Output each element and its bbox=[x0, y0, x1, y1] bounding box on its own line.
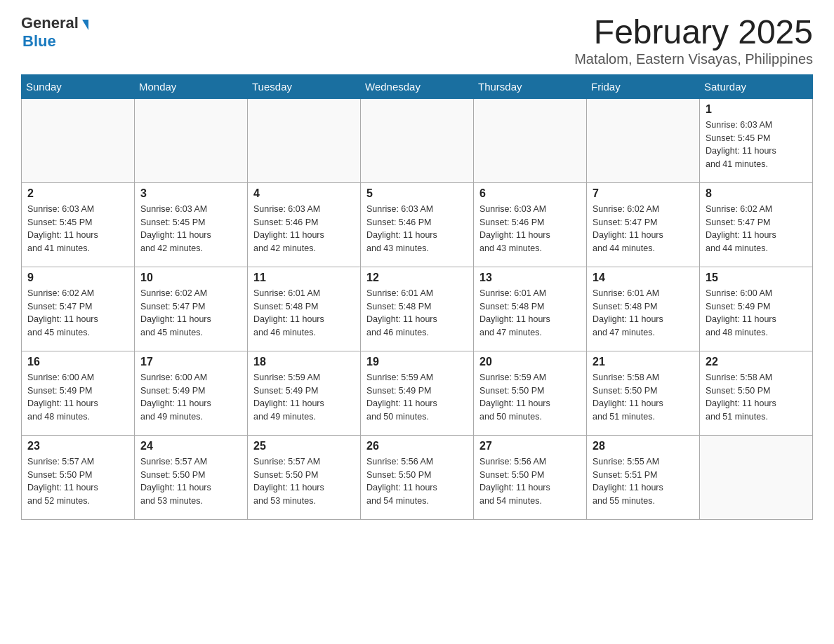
calendar-cell: 25Sunrise: 5:57 AMSunset: 5:50 PMDayligh… bbox=[248, 435, 361, 519]
calendar-week-4: 16Sunrise: 6:00 AMSunset: 5:49 PMDayligh… bbox=[22, 351, 813, 435]
day-info: Sunrise: 6:03 AMSunset: 5:46 PMDaylight:… bbox=[366, 203, 468, 255]
day-info: Sunrise: 6:03 AMSunset: 5:46 PMDaylight:… bbox=[253, 203, 355, 255]
day-info: Sunrise: 6:01 AMSunset: 5:48 PMDaylight:… bbox=[479, 287, 581, 340]
day-info: Sunrise: 6:01 AMSunset: 5:48 PMDaylight:… bbox=[593, 287, 694, 340]
day-number: 28 bbox=[593, 440, 694, 452]
calendar-cell: 20Sunrise: 5:59 AMSunset: 5:50 PMDayligh… bbox=[474, 351, 587, 435]
calendar-week-5: 23Sunrise: 5:57 AMSunset: 5:50 PMDayligh… bbox=[22, 435, 813, 519]
calendar-cell: 6Sunrise: 6:03 AMSunset: 5:46 PMDaylight… bbox=[474, 182, 587, 267]
day-number: 2 bbox=[27, 187, 128, 200]
day-number: 18 bbox=[253, 356, 355, 368]
day-info: Sunrise: 6:03 AMSunset: 5:45 PMDaylight:… bbox=[27, 203, 128, 255]
calendar-cell: 16Sunrise: 6:00 AMSunset: 5:49 PMDayligh… bbox=[22, 351, 135, 435]
calendar-week-1: 1Sunrise: 6:03 AMSunset: 5:45 PMDaylight… bbox=[22, 98, 813, 182]
day-number: 4 bbox=[253, 187, 355, 200]
day-number: 3 bbox=[140, 187, 241, 200]
day-number: 10 bbox=[140, 271, 241, 284]
day-info: Sunrise: 5:57 AMSunset: 5:50 PMDaylight:… bbox=[27, 455, 128, 508]
day-number: 27 bbox=[479, 440, 581, 452]
day-info: Sunrise: 5:59 AMSunset: 5:50 PMDaylight:… bbox=[479, 371, 581, 424]
weekday-header-wednesday: Wednesday bbox=[361, 74, 474, 98]
day-number: 23 bbox=[27, 440, 128, 452]
calendar-week-2: 2Sunrise: 6:03 AMSunset: 5:45 PMDaylight… bbox=[22, 182, 813, 267]
day-info: Sunrise: 6:03 AMSunset: 5:45 PMDaylight:… bbox=[706, 119, 807, 171]
calendar-cell bbox=[22, 98, 135, 182]
day-info: Sunrise: 5:57 AMSunset: 5:50 PMDaylight:… bbox=[253, 455, 355, 508]
calendar-cell: 24Sunrise: 5:57 AMSunset: 5:50 PMDayligh… bbox=[135, 435, 248, 519]
day-number: 15 bbox=[706, 271, 807, 284]
day-info: Sunrise: 6:01 AMSunset: 5:48 PMDaylight:… bbox=[366, 287, 468, 340]
day-info: Sunrise: 6:03 AMSunset: 5:46 PMDaylight:… bbox=[479, 203, 581, 255]
calendar-cell: 18Sunrise: 5:59 AMSunset: 5:49 PMDayligh… bbox=[248, 351, 361, 435]
calendar-cell: 26Sunrise: 5:56 AMSunset: 5:50 PMDayligh… bbox=[361, 435, 474, 519]
calendar-cell: 12Sunrise: 6:01 AMSunset: 5:48 PMDayligh… bbox=[361, 267, 474, 351]
day-info: Sunrise: 5:59 AMSunset: 5:49 PMDaylight:… bbox=[366, 371, 468, 424]
calendar-cell: 7Sunrise: 6:02 AMSunset: 5:47 PMDaylight… bbox=[587, 182, 700, 267]
day-number: 20 bbox=[479, 356, 581, 368]
day-number: 6 bbox=[479, 187, 581, 200]
day-number: 21 bbox=[593, 356, 694, 368]
day-info: Sunrise: 6:02 AMSunset: 5:47 PMDaylight:… bbox=[27, 287, 128, 340]
day-number: 12 bbox=[366, 271, 468, 284]
weekday-header-sunday: Sunday bbox=[22, 74, 135, 98]
calendar-table: SundayMondayTuesdayWednesdayThursdayFrid… bbox=[21, 74, 813, 520]
day-info: Sunrise: 6:02 AMSunset: 5:47 PMDaylight:… bbox=[706, 203, 807, 255]
day-info: Sunrise: 5:57 AMSunset: 5:50 PMDaylight:… bbox=[140, 455, 241, 508]
calendar-cell: 3Sunrise: 6:03 AMSunset: 5:45 PMDaylight… bbox=[135, 182, 248, 267]
day-number: 17 bbox=[140, 356, 241, 368]
day-number: 26 bbox=[366, 440, 468, 452]
day-info: Sunrise: 5:56 AMSunset: 5:50 PMDaylight:… bbox=[366, 455, 468, 508]
day-number: 5 bbox=[366, 187, 468, 200]
day-info: Sunrise: 6:00 AMSunset: 5:49 PMDaylight:… bbox=[27, 371, 128, 424]
day-number: 14 bbox=[593, 271, 694, 284]
calendar-cell: 11Sunrise: 6:01 AMSunset: 5:48 PMDayligh… bbox=[248, 267, 361, 351]
month-title: February 2025 bbox=[574, 14, 813, 51]
day-info: Sunrise: 6:00 AMSunset: 5:49 PMDaylight:… bbox=[140, 371, 241, 424]
weekday-header-monday: Monday bbox=[135, 74, 248, 98]
day-number: 1 bbox=[706, 103, 807, 116]
day-info: Sunrise: 5:59 AMSunset: 5:49 PMDaylight:… bbox=[253, 371, 355, 424]
calendar-cell: 15Sunrise: 6:00 AMSunset: 5:49 PMDayligh… bbox=[700, 267, 813, 351]
calendar-cell: 5Sunrise: 6:03 AMSunset: 5:46 PMDaylight… bbox=[361, 182, 474, 267]
calendar-cell: 2Sunrise: 6:03 AMSunset: 5:45 PMDaylight… bbox=[22, 182, 135, 267]
day-number: 9 bbox=[27, 271, 128, 284]
calendar-cell: 21Sunrise: 5:58 AMSunset: 5:50 PMDayligh… bbox=[587, 351, 700, 435]
calendar-cell: 8Sunrise: 6:02 AMSunset: 5:47 PMDaylight… bbox=[700, 182, 813, 267]
day-number: 7 bbox=[593, 187, 694, 200]
calendar-cell bbox=[700, 435, 813, 519]
calendar-cell: 19Sunrise: 5:59 AMSunset: 5:49 PMDayligh… bbox=[361, 351, 474, 435]
calendar-cell: 14Sunrise: 6:01 AMSunset: 5:48 PMDayligh… bbox=[587, 267, 700, 351]
day-info: Sunrise: 6:02 AMSunset: 5:47 PMDaylight:… bbox=[593, 203, 694, 255]
calendar-cell bbox=[135, 98, 248, 182]
weekday-header-thursday: Thursday bbox=[474, 74, 587, 98]
day-number: 24 bbox=[140, 440, 241, 452]
calendar-cell: 23Sunrise: 5:57 AMSunset: 5:50 PMDayligh… bbox=[22, 435, 135, 519]
calendar-cell bbox=[248, 98, 361, 182]
day-info: Sunrise: 5:58 AMSunset: 5:50 PMDaylight:… bbox=[706, 371, 807, 424]
calendar-cell: 28Sunrise: 5:55 AMSunset: 5:51 PMDayligh… bbox=[587, 435, 700, 519]
calendar-cell: 22Sunrise: 5:58 AMSunset: 5:50 PMDayligh… bbox=[700, 351, 813, 435]
day-number: 11 bbox=[253, 271, 355, 284]
day-number: 8 bbox=[706, 187, 807, 200]
weekday-header-tuesday: Tuesday bbox=[248, 74, 361, 98]
day-info: Sunrise: 5:56 AMSunset: 5:50 PMDaylight:… bbox=[479, 455, 581, 508]
weekday-header-friday: Friday bbox=[587, 74, 700, 98]
day-number: 22 bbox=[706, 356, 807, 368]
day-number: 13 bbox=[479, 271, 581, 284]
day-info: Sunrise: 6:02 AMSunset: 5:47 PMDaylight:… bbox=[140, 287, 241, 340]
calendar-cell bbox=[474, 98, 587, 182]
calendar-week-3: 9Sunrise: 6:02 AMSunset: 5:47 PMDaylight… bbox=[22, 267, 813, 351]
day-info: Sunrise: 6:01 AMSunset: 5:48 PMDaylight:… bbox=[253, 287, 355, 340]
calendar-cell: 9Sunrise: 6:02 AMSunset: 5:47 PMDaylight… bbox=[22, 267, 135, 351]
title-section: February 2025 Matalom, Eastern Visayas, … bbox=[574, 14, 813, 67]
day-info: Sunrise: 5:55 AMSunset: 5:51 PMDaylight:… bbox=[593, 455, 694, 508]
logo: General Blue bbox=[21, 14, 88, 51]
location-title: Matalom, Eastern Visayas, Philippines bbox=[574, 51, 813, 67]
calendar-cell: 1Sunrise: 6:03 AMSunset: 5:45 PMDaylight… bbox=[700, 98, 813, 182]
weekday-header-row: SundayMondayTuesdayWednesdayThursdayFrid… bbox=[22, 74, 813, 98]
day-info: Sunrise: 6:00 AMSunset: 5:49 PMDaylight:… bbox=[706, 287, 807, 340]
weekday-header-saturday: Saturday bbox=[700, 74, 813, 98]
day-number: 25 bbox=[253, 440, 355, 452]
logo-arrow-icon bbox=[82, 20, 88, 30]
day-info: Sunrise: 5:58 AMSunset: 5:50 PMDaylight:… bbox=[593, 371, 694, 424]
